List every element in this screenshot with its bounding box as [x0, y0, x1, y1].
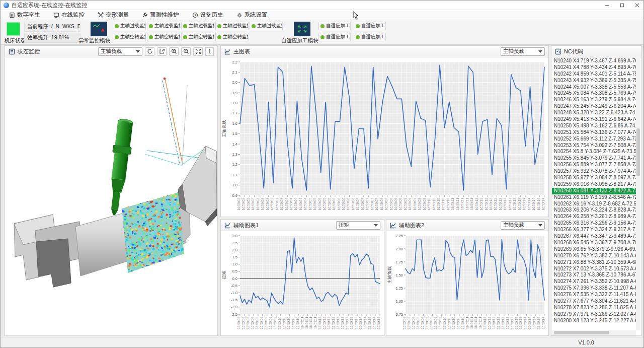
nc-line[interactable]: N10257 X5.932 Y-3.078 Z-7.974 A-73.243 [552, 168, 636, 175]
svg-text:16:59:11: 16:59:11 [470, 198, 473, 211]
adaptive-machining-button-4[interactable]: 自适应加工 [354, 33, 386, 41]
svg-text:-0.5: -0.5 [231, 284, 237, 288]
idle-monitor-button-4[interactable]: 主轴空转监控 [215, 33, 249, 41]
overload-monitor-button-2[interactable]: 主轴过载监控 [147, 22, 180, 30]
nc-line[interactable]: N10241 X4.788 Y-3.434 Z-4.893 A-76.062 [552, 64, 636, 71]
nc-line[interactable]: N10252 X5.669 Y-3.112 Z-7.293 A-73.844 [552, 136, 636, 143]
nc-line[interactable]: N10245 X5.084 Y-3.308 Z-5.769 A-75.088 [552, 90, 636, 97]
rotate-view-button[interactable] [145, 47, 154, 56]
minimize-button[interactable] [599, 1, 614, 10]
menu-item-online-monitor[interactable]: 在线监控 [47, 10, 91, 20]
svg-text:16:59:12: 16:59:12 [332, 317, 335, 329]
svg-text:16:59:08: 16:59:08 [412, 317, 415, 329]
scale-input[interactable]: 1 [205, 47, 214, 56]
nc-line[interactable]: N10268 X6.545 Y-3.367 Z-9.708 A-70.519 [552, 240, 636, 246]
svg-text:16:59:14: 16:59:14 [359, 317, 362, 329]
overload-monitor-button-4[interactable]: 主轴过载监控 [215, 22, 249, 30]
nc-line[interactable]: N10251 X5.584 Y-3.136 Z-7.077 A-74.012 [552, 129, 636, 136]
nc-line[interactable]: N10250 X5.498 Y-3.162 Z-6.86 A-74.178 C [552, 123, 636, 129]
status-panel: 状态监控 主轴负载 1 [5, 45, 218, 336]
status-dot-icon [149, 35, 153, 39]
zoom-out-button[interactable] [181, 47, 191, 56]
idle-monitor-button-2[interactable]: 主轴空转监控 [147, 33, 180, 41]
nc-line[interactable]: N10259 X6.016 Y-3.098 Z-8.217 A-73.036 [552, 181, 636, 188]
aux-chart-1-panel: 辅助图表1 扭矩 -2.5-2.0-1.5-1.0-0.50.00.51.01.… [220, 219, 384, 336]
nc-horizontal-scrollbar[interactable] [552, 330, 636, 335]
menu-item-device-history[interactable]: 设备历史 [186, 10, 230, 20]
fit-view-button[interactable] [193, 47, 203, 56]
nc-line[interactable]: N10240 X4.719 Y-3.467 Z-4.669 A-76.396 [552, 58, 636, 64]
menu-item-digital-twin[interactable]: 数字孪生 [3, 10, 47, 20]
nc-line[interactable]: N10261 X6.119 Y-3.159 Z-8.546 A-72.701 [552, 194, 636, 201]
nc-line[interactable]: N10265 X6.316 Y-3.296 Z-9.156 A-71.771 [552, 220, 636, 227]
overload-monitor-button-1[interactable]: 主轴过载监控 [113, 22, 146, 30]
svg-text:16:59:14: 16:59:14 [527, 198, 531, 211]
export-view-button[interactable] [157, 47, 167, 56]
svg-text:16:59:12: 16:59:12 [497, 317, 500, 329]
svg-text:16:59:13: 16:59:13 [508, 198, 512, 211]
menu-item-system-settings[interactable]: 系统设置 [230, 10, 274, 20]
adaptive-module-icon[interactable] [294, 22, 310, 36]
svg-text:16:59:11: 16:59:11 [474, 317, 477, 329]
main-chart-signal-dropdown[interactable]: 主轴负载 [501, 47, 545, 56]
nc-line[interactable]: N10270 X6.762 Y-3.383 Z-10.143 A-69.34 [552, 253, 636, 259]
nc-vertical-scrollbar[interactable] [636, 58, 640, 330]
nc-line[interactable]: N10272 X7.002 Y-3.375 Z-10.573 A-68.05 [552, 266, 636, 272]
svg-text:16:59:03: 16:59:03 [261, 198, 264, 211]
anomaly-module-icon[interactable] [91, 22, 107, 36]
nc-line[interactable]: N10273 X7.13 Y-3.365 Z-10.786 A-67.372 [552, 272, 636, 279]
svg-text:16:59:08: 16:59:08 [255, 317, 259, 329]
svg-text:16:59:14: 16:59:14 [523, 317, 527, 329]
nc-line[interactable]: N10267 X6.447 Y-3.347 Z-9.489 A-71.055 [552, 233, 636, 240]
nc-line[interactable]: N10258 X5.977 Y-3.084 Z-8.097 A-73.138 [552, 175, 636, 181]
nc-line[interactable]: N10249 X5.413 Y-3.191 Z-6.642 A-74.346 [552, 116, 636, 123]
nc-line[interactable]: N10256 X5.889 Y-3.077 Z-7.858 A-73.348 [552, 162, 636, 168]
nc-current-line[interactable]: N10260 X6.081 Y-3.133 Z-8.422 A-72.835 [552, 188, 636, 194]
restore-button[interactable] [614, 1, 629, 10]
adaptive-machining-button-1[interactable]: 自适应加工 [318, 22, 351, 30]
menu-item-deform-measure[interactable]: 变形测量 [91, 10, 135, 20]
status-signal-dropdown[interactable]: 主轴负载 [98, 47, 142, 56]
nc-line[interactable]: N10243 X4.932 Y-3.369 Z-5.335 A-75.523 [552, 78, 636, 84]
machine-3d-viewport[interactable] [5, 57, 217, 335]
overload-monitor-button-3[interactable]: 主轴过载监控 [181, 22, 214, 30]
nc-line[interactable]: N10264 X6.258 Y-3.261 Z-8.989 A-72.072 [552, 214, 636, 220]
aux-chart-2-signal-dropdown[interactable]: 主轴负载 [501, 221, 545, 230]
nc-line[interactable]: N10262 X6.16 Y-3.19 Z-8.682 A-72.534 C [552, 201, 636, 207]
nc-line[interactable]: N10275 X7.396 Y-3.338 Z-11.207 A-65.95 [552, 285, 636, 292]
nc-line[interactable]: N10278 X7.823 Y-3.286 Z-11.825 A-63.73 [552, 305, 636, 311]
nc-line[interactable]: N10280 X8.123 Y-3.245 Z-12.227 A-62.23 [552, 318, 636, 324]
adaptive-machining-button-2[interactable]: 自适应加工 [354, 22, 386, 30]
adaptive-machining-button-3[interactable]: 自适应加工 [318, 33, 351, 41]
svg-text:16:59:08: 16:59:08 [394, 198, 397, 211]
aux-chart-1-signal-dropdown[interactable]: 扭矩 [336, 221, 380, 230]
idle-monitor-button-3[interactable]: 主轴空转监控 [181, 33, 214, 41]
nc-line[interactable]: N10248 X5.328 Y-3.22 Z-6.423 A-74.52 C [552, 110, 636, 116]
menu-item-predictive-maint[interactable]: 预测性维护 [135, 10, 186, 20]
nc-line[interactable]: N10244 X5.007 Y-3.338 Z-5.553 A-75.297 [552, 84, 636, 91]
nc-line[interactable]: N10255 X5.845 Y-3.079 Z-7.741 A-73.458 [552, 155, 636, 162]
nc-line[interactable]: N10242 X4.859 Y-3.401 Z-5.114 A-75.775 [552, 71, 636, 78]
svg-text:16:59:09: 16:59:09 [413, 198, 417, 211]
nc-line[interactable]: N10254 X5.8 Y-3.084 Z-7.625 A-73.571 C [552, 149, 636, 155]
svg-text:16:59:14: 16:59:14 [368, 317, 371, 329]
svg-text:1.3: 1.3 [232, 152, 237, 157]
nc-line[interactable]: N10247 X5.245 Y-3.249 Z-6.204 A-74.701 [552, 103, 636, 110]
nc-line[interactable]: N10276 X7.535 Y-3.322 Z-11.415 A-65.22 [552, 292, 636, 298]
nc-line[interactable]: N10266 X6.377 Y-3.324 Z-9.317 A-71.443 [552, 227, 636, 233]
close-button[interactable] [629, 1, 644, 10]
nc-line[interactable]: N10253 X5.754 Y-3.092 Z-7.508 A-73.677 [552, 143, 636, 149]
svg-text:16:59:12: 16:59:12 [492, 317, 496, 329]
svg-text:2.2: 2.2 [232, 60, 237, 64]
nc-line[interactable]: N10271 X6.88 Y-3.381 Z-10.359 A-68.711 [552, 259, 636, 266]
idle-monitor-button-1[interactable]: 主轴空转监控 [113, 33, 146, 41]
nc-line[interactable]: N10279 X7.971 Y-3.266 Z-12.027 A-62.98 [552, 311, 636, 318]
zoom-in-button[interactable] [169, 47, 179, 56]
nc-line[interactable]: N10277 X7.677 Y-3.304 Z-11.621 A-64.48 [552, 298, 636, 305]
nc-line[interactable]: N10269 X6.65 Y-3.379 Z-9.926 A-69.947 C [552, 246, 636, 253]
nc-line[interactable]: N10274 X7.261 Y-3.352 Z-10.998 A-66.67 [552, 279, 636, 285]
nc-line[interactable]: N10263 X6.206 Y-3.224 Z-8.828 A-72.33 C [552, 207, 636, 214]
nc-line[interactable]: N10246 X5.163 Y-3.279 Z-5.984 A-74.892 [552, 97, 636, 103]
overload-monitor-button-5[interactable]: 主轴过载监控 [250, 22, 283, 30]
svg-text:16:59:04: 16:59:04 [303, 198, 307, 211]
